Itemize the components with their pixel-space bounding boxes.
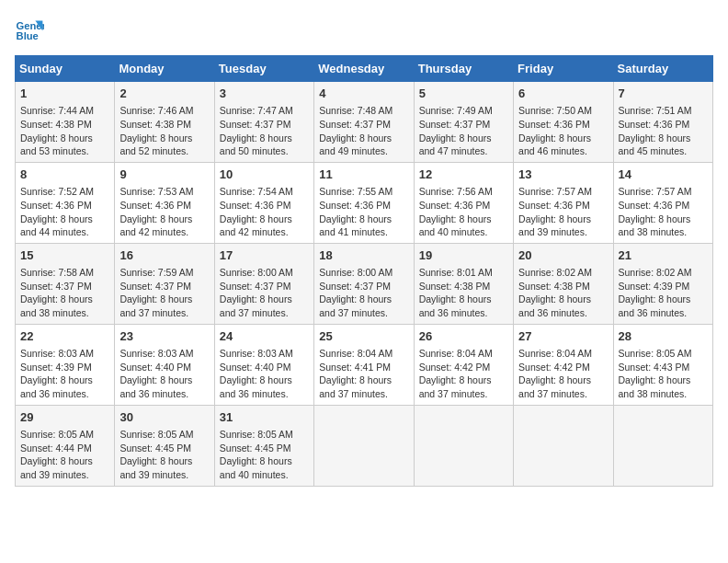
calendar-cell: 13Sunrise: 7:57 AMSunset: 4:36 PMDayligh… (514, 162, 613, 243)
sunset-text: Sunset: 4:38 PM (119, 119, 191, 130)
day-number: 9 (119, 167, 209, 183)
calendar-cell: 30Sunrise: 8:05 AMSunset: 4:45 PMDayligh… (115, 405, 214, 486)
sunset-text: Sunset: 4:41 PM (319, 362, 391, 373)
daylight-label: Daylight: 8 hours and 37 minutes. (119, 293, 192, 318)
calendar-cell: 10Sunrise: 7:54 AMSunset: 4:36 PMDayligh… (214, 162, 313, 243)
calendar-cell: 25Sunrise: 8:04 AMSunset: 4:41 PMDayligh… (314, 324, 414, 405)
calendar-cell: 23Sunrise: 8:03 AMSunset: 4:40 PMDayligh… (115, 324, 214, 405)
calendar-cell: 20Sunrise: 8:02 AMSunset: 4:38 PMDayligh… (514, 243, 613, 324)
day-number: 22 (20, 328, 109, 345)
sunrise-text: Sunrise: 8:04 AM (518, 348, 592, 359)
logo: General Blue (15, 15, 48, 44)
sunset-text: Sunset: 4:36 PM (220, 200, 291, 211)
sunrise-text: Sunrise: 8:00 AM (220, 267, 293, 278)
sunrise-text: Sunrise: 8:05 AM (20, 429, 94, 440)
calendar-week-row: 29Sunrise: 8:05 AMSunset: 4:44 PMDayligh… (16, 405, 713, 486)
daylight-label: Daylight: 8 hours and 36 minutes. (119, 374, 192, 399)
calendar-cell: 2Sunrise: 7:46 AMSunset: 4:38 PMDaylight… (115, 82, 214, 163)
day-number: 16 (119, 247, 209, 264)
weekday-header: Sunday (16, 56, 115, 82)
sunrise-text: Sunrise: 7:57 AM (518, 186, 592, 197)
day-number: 24 (220, 328, 309, 345)
sunset-text: Sunset: 4:36 PM (619, 200, 690, 211)
calendar-cell: 22Sunrise: 8:03 AMSunset: 4:39 PMDayligh… (16, 324, 115, 405)
sunrise-text: Sunrise: 7:58 AM (20, 267, 94, 278)
sunset-text: Sunset: 4:36 PM (518, 119, 590, 130)
daylight-label: Daylight: 8 hours and 39 minutes. (20, 455, 93, 480)
calendar-cell: 31Sunrise: 8:05 AMSunset: 4:45 PMDayligh… (214, 405, 313, 486)
calendar-cell: 6Sunrise: 7:50 AMSunset: 4:36 PMDaylight… (514, 82, 613, 163)
day-number: 13 (518, 167, 608, 183)
sunset-text: Sunset: 4:37 PM (220, 119, 291, 130)
daylight-label: Daylight: 8 hours and 37 minutes. (319, 374, 392, 399)
daylight-label: Daylight: 8 hours and 53 minutes. (20, 132, 93, 157)
sunrise-text: Sunrise: 8:05 AM (220, 429, 293, 440)
weekday-header: Tuesday (214, 56, 313, 82)
day-number: 11 (319, 167, 408, 183)
calendar-cell (514, 405, 613, 486)
sunrise-text: Sunrise: 7:46 AM (119, 105, 193, 116)
sunrise-text: Sunrise: 8:05 AM (619, 348, 692, 359)
sunset-text: Sunset: 4:36 PM (319, 200, 391, 211)
sunset-text: Sunset: 4:38 PM (419, 281, 491, 292)
sunrise-text: Sunrise: 7:54 AM (220, 186, 293, 197)
sunset-text: Sunset: 4:36 PM (619, 119, 690, 130)
day-number: 21 (619, 247, 708, 264)
weekday-header: Wednesday (314, 56, 414, 82)
day-number: 17 (220, 247, 309, 264)
sunrise-text: Sunrise: 8:04 AM (319, 348, 392, 359)
daylight-label: Daylight: 8 hours and 42 minutes. (119, 213, 192, 238)
sunset-text: Sunset: 4:45 PM (119, 442, 191, 454)
calendar-cell: 18Sunrise: 8:00 AMSunset: 4:37 PMDayligh… (314, 243, 414, 324)
daylight-label: Daylight: 8 hours and 45 minutes. (619, 132, 691, 157)
sunset-text: Sunset: 4:36 PM (419, 200, 491, 211)
daylight-label: Daylight: 8 hours and 39 minutes. (518, 213, 591, 238)
day-number: 8 (20, 167, 109, 183)
daylight-label: Daylight: 8 hours and 44 minutes. (20, 213, 93, 238)
calendar-cell: 24Sunrise: 8:03 AMSunset: 4:40 PMDayligh… (214, 324, 313, 405)
day-number: 25 (319, 328, 408, 345)
daylight-label: Daylight: 8 hours and 36 minutes. (20, 374, 93, 399)
sunset-text: Sunset: 4:43 PM (619, 362, 690, 373)
sunset-text: Sunset: 4:37 PM (20, 281, 92, 292)
calendar-cell: 9Sunrise: 7:53 AMSunset: 4:36 PMDaylight… (115, 162, 214, 243)
day-number: 20 (518, 247, 608, 264)
sunset-text: Sunset: 4:39 PM (619, 281, 690, 292)
calendar-cell: 14Sunrise: 7:57 AMSunset: 4:36 PMDayligh… (613, 162, 712, 243)
sunrise-text: Sunrise: 8:01 AM (419, 267, 493, 278)
logo-icon: General Blue (15, 15, 44, 44)
calendar-cell: 15Sunrise: 7:58 AMSunset: 4:37 PMDayligh… (16, 243, 115, 324)
calendar-cell (613, 405, 712, 486)
sunset-text: Sunset: 4:42 PM (518, 362, 590, 373)
sunrise-text: Sunrise: 8:04 AM (419, 348, 493, 359)
sunset-text: Sunset: 4:37 PM (319, 281, 391, 292)
calendar-cell: 8Sunrise: 7:52 AMSunset: 4:36 PMDaylight… (16, 162, 115, 243)
calendar-cell: 29Sunrise: 8:05 AMSunset: 4:44 PMDayligh… (16, 405, 115, 486)
sunset-text: Sunset: 4:37 PM (220, 281, 291, 292)
day-number: 3 (220, 86, 309, 102)
sunset-text: Sunset: 4:38 PM (20, 119, 92, 130)
sunrise-text: Sunrise: 7:55 AM (319, 186, 392, 197)
daylight-label: Daylight: 8 hours and 40 minutes. (419, 213, 492, 238)
sunset-text: Sunset: 4:37 PM (319, 119, 391, 130)
day-number: 4 (319, 86, 408, 102)
calendar-cell: 5Sunrise: 7:49 AMSunset: 4:37 PMDaylight… (414, 82, 513, 163)
sunrise-text: Sunrise: 7:47 AM (220, 105, 293, 116)
day-number: 29 (20, 409, 109, 426)
calendar-cell: 21Sunrise: 8:02 AMSunset: 4:39 PMDayligh… (613, 243, 712, 324)
day-number: 26 (419, 328, 508, 345)
sunrise-text: Sunrise: 7:52 AM (20, 186, 94, 197)
calendar-body: 1Sunrise: 7:44 AMSunset: 4:38 PMDaylight… (16, 82, 713, 487)
day-number: 19 (419, 247, 508, 264)
sunset-text: Sunset: 4:42 PM (419, 362, 491, 373)
sunset-text: Sunset: 4:40 PM (119, 362, 191, 373)
day-number: 23 (119, 328, 209, 345)
calendar-cell: 27Sunrise: 8:04 AMSunset: 4:42 PMDayligh… (514, 324, 613, 405)
daylight-label: Daylight: 8 hours and 52 minutes. (119, 132, 192, 157)
calendar-cell: 11Sunrise: 7:55 AMSunset: 4:36 PMDayligh… (314, 162, 414, 243)
sunrise-text: Sunrise: 8:00 AM (319, 267, 392, 278)
daylight-label: Daylight: 8 hours and 40 minutes. (220, 455, 292, 480)
daylight-label: Daylight: 8 hours and 36 minutes. (518, 293, 591, 318)
sunrise-text: Sunrise: 7:56 AM (419, 186, 493, 197)
sunset-text: Sunset: 4:45 PM (220, 442, 291, 454)
